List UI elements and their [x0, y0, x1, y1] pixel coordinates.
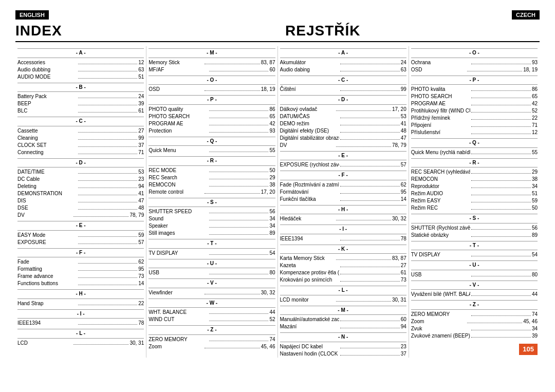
list-item: Still images89: [149, 230, 275, 237]
list-item: Hand Strap22: [17, 300, 144, 307]
list-item: Krokování po snímcích73: [280, 276, 406, 284]
entry-name: Fade: [17, 258, 77, 266]
section-header: - D -: [17, 158, 144, 168]
entry-dots: [73, 211, 128, 217]
entry-page: 99: [401, 86, 406, 93]
entry-dots: [78, 182, 138, 188]
entry-name: Battery Pack: [17, 93, 77, 100]
entry-dots: [209, 214, 269, 220]
list-item: Zoom45, 46: [149, 343, 275, 350]
entry-name: Sound: [149, 215, 208, 222]
entry-page: 63: [401, 66, 406, 73]
list-item: Protection93: [149, 127, 275, 135]
entry-page: 34: [269, 215, 275, 222]
section-header: - T -: [411, 241, 538, 251]
entry-page: 78: [138, 320, 144, 327]
entry-dots: [471, 167, 531, 174]
entry-name: Protection: [149, 127, 208, 135]
list-item: OSD18, 19: [149, 86, 275, 93]
entry-page: 22: [532, 115, 538, 122]
entry-name: Formatting: [17, 266, 77, 273]
entry-name: Akumulátor: [280, 59, 340, 66]
section-header: - Q -: [149, 137, 275, 146]
entry-page: 59: [138, 232, 144, 239]
entry-name: PHOTO SEARCH: [149, 113, 208, 120]
entry-name: Statické obrázky: [411, 232, 471, 239]
entry-dots: [209, 173, 269, 179]
entry-name: WIND CUT: [149, 316, 208, 323]
entry-page: 53: [138, 169, 144, 176]
entry-name: Audio dabing: [280, 66, 340, 73]
list-item: Quick Menu55: [149, 147, 275, 154]
entry-name: Mazání: [280, 323, 340, 330]
entry-dots: [471, 290, 531, 296]
entry-name: LCD: [17, 340, 72, 347]
entry-dots: [209, 315, 269, 321]
list-item: Čištění99: [280, 86, 406, 93]
list-item: EXPOSURE (rychlost závěrky)57: [280, 161, 406, 169]
entry-page: 53: [401, 113, 406, 120]
entry-dots: [209, 180, 269, 186]
entry-page: 78: [401, 235, 406, 242]
page-number: 105: [519, 344, 538, 356]
entry-page: 80: [269, 269, 275, 276]
main-columns: - A -Accessories12Audio dubbing63AUDIO M…: [15, 46, 540, 358]
entry-dots: [340, 322, 400, 328]
entry-name: Cassette: [17, 127, 77, 135]
entry-page: 41: [138, 190, 144, 197]
entry-page: 63: [138, 66, 144, 73]
section-header: - Q -: [411, 138, 538, 148]
entry-page: 89: [269, 230, 275, 237]
entry-dots: [209, 335, 269, 341]
entry-page: 47: [401, 135, 406, 142]
entry-dots: [340, 275, 400, 282]
entry-name: Quick Menu: [149, 147, 208, 154]
entry-dots: [78, 189, 138, 195]
entry-name: CLOCK SET: [17, 142, 77, 149]
entry-name: Fade (Roztmívání a zatmívání): [280, 181, 340, 189]
section-header: - A -: [17, 48, 144, 58]
entry-dots: [336, 295, 391, 302]
entry-dots: [78, 175, 138, 181]
entry-dots: [471, 99, 531, 105]
index-title-container: INDEX: [15, 22, 270, 39]
entry-dots: [78, 126, 138, 133]
entry-page: 54: [269, 250, 275, 257]
entry-page: 44: [532, 291, 538, 298]
entry-page: 51: [532, 190, 538, 197]
list-item: DV78, 79: [280, 142, 406, 149]
section-header: - Z -: [411, 300, 538, 310]
list-item: IEEE139478: [17, 320, 144, 327]
list-item: TV DISPLAY54: [149, 250, 275, 257]
entry-dots: [78, 319, 138, 325]
entry-dots: [78, 134, 138, 140]
entry-name: REC MODE: [149, 167, 208, 174]
entry-page: 73: [138, 273, 144, 280]
list-item: Quick Menu (rychlá nabídka)55: [411, 149, 538, 156]
entry-name: Ochrana: [411, 59, 471, 66]
entry-dots: [471, 114, 531, 120]
section-header: - W -: [149, 298, 275, 308]
entry-page: 30, 32: [261, 289, 275, 296]
entry-name: Kompenzace protisv ětla (BLC): [280, 269, 340, 276]
entry-dots: [209, 166, 269, 172]
entry-dots: [78, 299, 138, 305]
entry-name: ZERO MEMORY: [149, 336, 208, 343]
entry-dots: [471, 85, 531, 91]
entry-name: Digitální stabilizátor obrazu (DIS): [280, 135, 340, 142]
list-item: Remote control17, 20: [149, 189, 275, 196]
entry-dots: [340, 261, 400, 267]
entry-dots: [78, 257, 138, 264]
entry-name: ZERO MEMORY: [411, 311, 471, 318]
list-item: USB80: [149, 269, 275, 276]
entry-name: Kazeta: [280, 262, 340, 269]
entry-page: 62: [401, 181, 406, 189]
entry-page: 29: [532, 169, 538, 176]
entry-page: 52: [532, 107, 538, 115]
list-item: DV78, 79: [17, 212, 144, 219]
entry-page: 44: [269, 309, 275, 316]
section-header: - T -: [149, 239, 275, 249]
entry-name: Zoom: [149, 343, 203, 350]
rejstrik-title-container: REJSTŘÍK: [270, 22, 540, 39]
entry-dots: [78, 265, 138, 271]
